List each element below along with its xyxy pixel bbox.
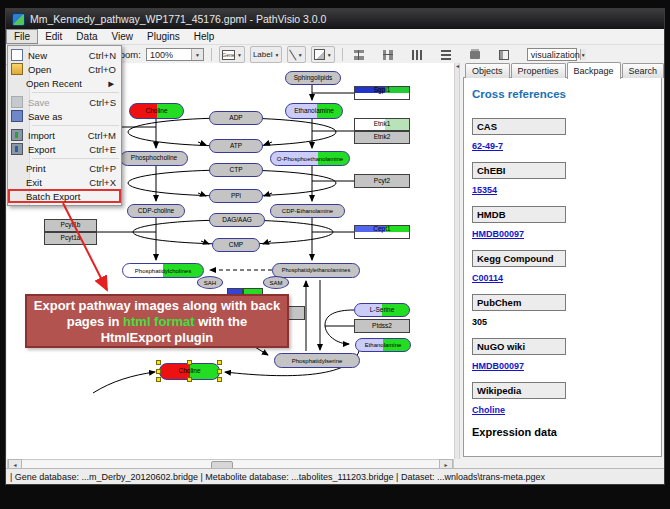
menu-bar: FileEditDataViewPluginsHelp [6,29,664,45]
pathway-node-cdp-ethanolamine[interactable]: CDP-Ethanolamine [270,204,345,218]
file-menu-item-print[interactable]: PrintCtrl+P [8,161,121,175]
file-menu-item-import[interactable]: ImportCtrl+M [8,128,121,142]
tab-backpage[interactable]: Backpage [567,62,621,79]
pathway-node-dag-aag[interactable]: DAG/AAG [209,213,265,227]
align-center-x-icon[interactable] [350,46,369,63]
pathway-node-phosphocholine[interactable]: Phosphocholine [120,151,188,166]
pathway-node-adp[interactable]: ADP [209,111,263,125]
pathway-node-ppi[interactable]: PPi [209,189,263,203]
node-label: Etnk2 [374,134,391,141]
crossref-link[interactable]: 15354 [472,185,661,195]
tab-objects[interactable]: Objects [465,63,510,78]
pathway-node-etnk2[interactable]: Etnk2 [354,131,410,144]
chevron-down-icon[interactable]: ▼ [298,52,303,58]
node-label: Choline [145,108,167,115]
crossref-title: PubChem [472,294,566,311]
tab-properties[interactable]: Properties [511,63,566,78]
selection-handle[interactable] [156,369,161,374]
visualization-combobox[interactable]: visualization ▼ [527,48,577,61]
selection-handle[interactable] [217,360,222,365]
pathway-node-phosphatidylethanolamines[interactable]: Phosphatidylethanolamines [272,263,360,278]
pathway-node-pcyt2[interactable]: Pcyt2 [354,174,410,188]
distribute-horizontal-icon[interactable] [408,46,427,63]
pathway-node-sam[interactable]: SAM [263,276,289,289]
new-gene-button[interactable]: Gene ▼ [219,46,245,63]
chevron-down-icon[interactable]: ▼ [191,49,203,60]
pathway-node-l-serine[interactable]: L-Serine [354,303,410,317]
chevron-down-icon[interactable]: ▼ [327,52,332,58]
pathway-node-pcyt1a[interactable]: Pcyt1a [44,232,97,245]
crossref-link[interactable]: 62-49-7 [472,141,661,151]
node-label: SAM [269,280,282,286]
side-panel-icon[interactable] [495,46,514,63]
pathway-node-ctp[interactable]: CTP [209,163,263,177]
chevron-down-icon[interactable]: ▼ [580,49,586,60]
printer-icon[interactable] [466,46,485,63]
pathway-node-cmp[interactable]: CMP [212,238,260,252]
pathway-node-atp[interactable]: ATP [209,139,263,153]
menubar-item-help[interactable]: Help [187,29,222,44]
pathway-node-phosphatidylserine[interactable]: Phosphatidylserine [274,353,360,368]
pathway-node-sgpl1[interactable]: Sgpl1 [354,86,410,100]
file-menu-item-batch-export[interactable]: Batch Export [8,189,121,203]
pathway-node-gene-partial-gray[interactable] [287,306,305,320]
node-label: L-Serine [370,307,395,314]
selection-handle[interactable] [187,377,192,382]
crossref-link[interactable]: C00114 [472,273,661,283]
menubar-item-plugins[interactable]: Plugins [140,29,187,44]
distribute-vertical-icon[interactable] [437,46,456,63]
selection-handle[interactable] [156,360,161,365]
file-menu-item-open[interactable]: OpenCtrl+O [8,62,121,76]
file-menu-item-export[interactable]: ExportCtrl+E [8,142,121,156]
pathway-node-sphingolipids[interactable]: Sphingolipids [285,71,341,85]
selection-handle[interactable] [217,377,222,382]
tab-search[interactable]: Search [622,63,665,78]
selection-handle[interactable] [187,360,192,365]
crossref-link[interactable]: HMDB00097 [472,361,661,371]
file-menu-item-open-recent[interactable]: Open Recent► [8,76,121,90]
pathway-node-choline-top[interactable]: Choline [129,103,184,119]
pathway-node-ptdss2[interactable]: Ptdss2 [354,319,410,333]
new-label-button[interactable]: Label ▼ [250,46,283,63]
pathway-node-ethanolamine-low[interactable]: Ethanolamine [355,338,411,352]
pathway-node-phosphatidylcholines[interactable]: Phosphatidylcholines [122,263,204,278]
selection-handle[interactable] [156,377,161,382]
blank-icon [11,191,21,201]
pathway-node-cdp-choline[interactable]: CDP-choline [127,204,185,218]
menubar-item-edit[interactable]: Edit [38,29,69,44]
pathway-node-cept1[interactable]: Cept1 [354,225,410,239]
selection-handle[interactable] [217,369,222,374]
new-line-button[interactable]: ╲ ▼ [287,46,305,63]
file-menu-item-save[interactable]: SaveCtrl+S [8,95,121,109]
pathway-node-sah[interactable]: SAH [197,276,223,289]
blank-icon [11,78,21,88]
pathway-node-ethanolamine-top[interactable]: Ethanolamine [285,103,343,119]
pathway-node-etnk1[interactable]: Etnk1 [354,118,410,131]
file-menu-item-save-as[interactable]: Save as [8,109,121,123]
crossref-section-pubchem: PubChem305 [472,294,661,327]
align-center-y-icon[interactable] [379,46,398,63]
menu-item-label: Batch Export [26,191,80,202]
node-label: CTP [230,167,243,174]
chevron-down-icon[interactable]: ▼ [274,52,279,58]
node-label: ATP [230,143,242,150]
node-label: Sphingolipids [294,75,333,82]
pathway-node-o-phosphoethanolamine[interactable]: O-Phosphoethanolamine [270,151,350,166]
menubar-item-file[interactable]: File [6,29,38,44]
node-label: Ethanolamine [365,342,402,348]
zoom-combobox[interactable]: 100% ▼ [146,48,204,61]
node-label: Pcyt1a [61,235,81,242]
chevron-down-icon[interactable]: ▼ [237,52,242,58]
new-shape-button[interactable]: ▼ [311,46,335,63]
menubar-item-data[interactable]: Data [69,29,104,44]
node-label: SAH [204,280,216,286]
node-label: Phosphatidylethanolamines [282,268,350,274]
crossref-link[interactable]: HMDB00097 [472,229,661,239]
menu-shortcut: Ctrl+O [88,64,116,75]
pathway-node-pcyt1b[interactable]: Pcyt1b [44,219,97,232]
annotation-highlight: html format [123,314,195,329]
menubar-item-view[interactable]: View [104,29,140,44]
file-menu-item-new[interactable]: NewCtrl+N [8,48,121,62]
crossref-link[interactable]: Choline [472,405,661,415]
file-menu-item-exit[interactable]: ExitCtrl+X [8,175,121,189]
